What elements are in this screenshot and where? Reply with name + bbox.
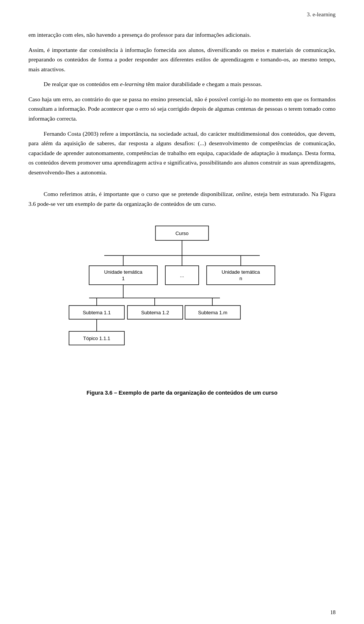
paragraph-3: De realçar que os conteúdos em e-learnin… bbox=[28, 79, 336, 89]
body-text: em interacção com eles, não havendo a pr… bbox=[28, 30, 336, 209]
page-container: 3. e-learning em interacção com eles, nã… bbox=[0, 0, 364, 624]
paragraph-5: Fernando Costa (2003) refere a importânc… bbox=[28, 129, 336, 177]
paragraph-4: Caso haja um erro, ao contrário do que s… bbox=[28, 94, 336, 124]
tree-diagram: Curso Unidade temática 1 ... Unidade tem… bbox=[61, 222, 303, 381]
chapter-title: 3. e-learning bbox=[307, 11, 336, 17]
svg-rect-6 bbox=[89, 266, 157, 285]
topico-label: Tópico 1.1.1 bbox=[83, 336, 110, 341]
svg-text:1: 1 bbox=[122, 276, 124, 281]
paragraph-2: Assim, é importante dar consistência à i… bbox=[28, 45, 336, 74]
paragraph-6: Como referimos atrás, é importante que o… bbox=[28, 189, 336, 209]
unidaden-label: Unidade temática bbox=[221, 269, 260, 275]
italic-elearning: e-learning bbox=[120, 81, 144, 87]
svg-text:n: n bbox=[239, 276, 242, 281]
curso-label: Curso bbox=[176, 230, 189, 236]
subtema1m-label: Subtema 1.m bbox=[198, 310, 227, 315]
italic-online: online bbox=[236, 191, 251, 197]
page-number: 18 bbox=[330, 610, 336, 616]
figure-caption: Figura 3.6 – Exemplo de parte da organiz… bbox=[86, 390, 278, 396]
ellipsis-label: ... bbox=[180, 273, 184, 278]
figure-area: Curso Unidade temática 1 ... Unidade tem… bbox=[28, 222, 336, 396]
unidade1-label: Unidade temática bbox=[104, 269, 143, 275]
page-header: 3. e-learning bbox=[28, 11, 336, 19]
subtema11-label: Subtema 1.1 bbox=[83, 310, 111, 315]
subtema12-label: Subtema 1.2 bbox=[141, 310, 169, 315]
blank-line bbox=[28, 182, 336, 189]
paragraph-1: em interacção com eles, não havendo a pr… bbox=[28, 30, 336, 40]
svg-rect-9 bbox=[207, 266, 275, 285]
